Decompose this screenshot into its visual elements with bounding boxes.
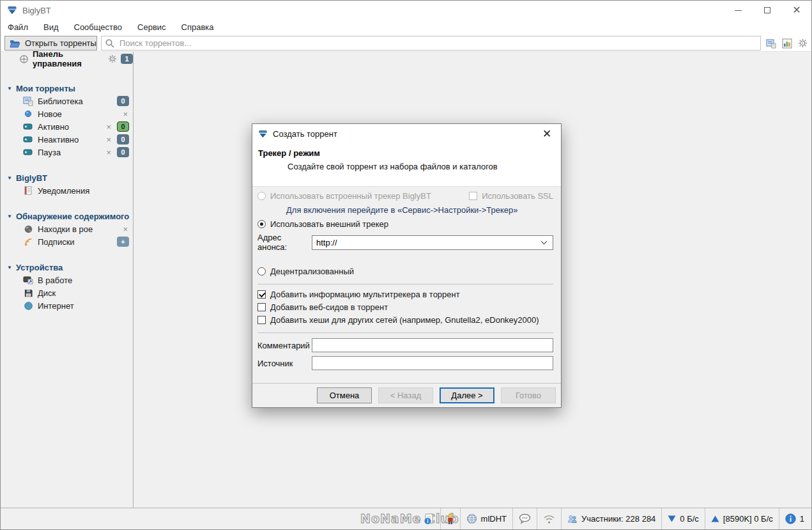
separator <box>257 284 553 284</box>
sidebar-section-biglybt[interactable]: ▼ BiglyBT <box>1 171 133 184</box>
announce-url-combo[interactable] <box>312 235 553 250</box>
back-button: < Назад <box>378 387 433 403</box>
dashboard-count-badge: 1 <box>121 54 133 64</box>
builtin-tracker-radio[interactable] <box>257 192 266 200</box>
webseeds-checkbox[interactable] <box>257 303 266 311</box>
status-download-speed-cell[interactable]: 0 Б/с <box>661 508 705 529</box>
participants-label: Участники: 228 284 <box>581 514 655 524</box>
wifi-icon <box>543 514 555 524</box>
section-title: Мои торренты <box>16 84 75 93</box>
sidebar-item-label: Неактивно <box>38 135 79 144</box>
collapse-arrow-icon: ▼ <box>7 175 12 181</box>
sidebar-item-disk[interactable]: Диск <box>1 286 133 299</box>
close-tab-icon[interactable]: × <box>121 109 129 119</box>
library-view-icon[interactable] <box>766 38 776 49</box>
status-person-cell[interactable] <box>440 508 460 529</box>
separator <box>257 332 553 333</box>
dashboard-gear-icon[interactable] <box>108 54 117 63</box>
close-icon: ✕ <box>792 5 801 15</box>
open-torrents-button[interactable]: Открыть торренты <box>4 36 97 51</box>
sidebar-item-label: В работе <box>38 276 72 285</box>
status-network-cell[interactable] <box>537 508 561 529</box>
search-icon <box>105 38 115 49</box>
tracker-hint-text: Для включения перейдите в «Сервис->Настр… <box>257 205 553 215</box>
menu-tools[interactable]: Сервис <box>135 21 173 33</box>
biglybt-logo-icon <box>7 5 17 15</box>
status-alerts-cell[interactable]: 1 <box>779 508 810 529</box>
dashboard-label: Панель управления <box>33 49 104 68</box>
biglybt-window: { "window": { "title": "BiglyBT" }, "men… <box>0 0 812 530</box>
sidebar-section-devices[interactable]: ▼ Устройства <box>1 261 133 274</box>
sidebar-item-new[interactable]: Новое × <box>1 107 133 120</box>
dht-globe-icon <box>466 513 477 524</box>
maximize-icon <box>764 7 770 13</box>
status-mldht-cell[interactable]: mlDHT <box>460 508 512 529</box>
dialog-header: Трекер / режим Создайте свой торрент из … <box>252 143 561 187</box>
add-subscription-badge[interactable]: + <box>117 237 129 247</box>
open-folder-icon <box>10 39 20 48</box>
use-ssl-checkbox[interactable] <box>469 192 477 200</box>
sidebar-item-notifications[interactable]: Уведомления <box>1 184 133 197</box>
section-title: Устройства <box>16 263 63 272</box>
sidebar-item-internet[interactable]: Интернет <box>1 299 133 312</box>
library-icon <box>23 96 33 106</box>
sidebar-section-content-discovery[interactable]: ▼ Обнаружение содержимого <box>1 210 133 222</box>
new-dot-icon <box>23 109 33 119</box>
close-tab-icon[interactable]: × <box>105 148 112 157</box>
alert-count: 1 <box>800 514 804 524</box>
close-tab-icon[interactable]: × <box>105 135 112 144</box>
count-badge: 0 <box>117 134 129 144</box>
close-tab-icon[interactable]: × <box>105 122 112 132</box>
stats-chart-icon[interactable] <box>782 38 792 49</box>
announce-url-input[interactable] <box>312 238 538 247</box>
menu-bar: Файл Вид Сообщество Сервис Справка <box>1 20 811 34</box>
create-torrent-dialog: Создать торрент ✕ Трекер / режим Создайт… <box>252 123 562 408</box>
dialog-close-button[interactable]: ✕ <box>537 124 557 143</box>
dialog-body: Использовать встроенный трекер BiglyBT И… <box>252 187 561 370</box>
dashboard-icon <box>19 54 29 64</box>
source-label: Источник <box>257 359 312 368</box>
sidebar-item-library[interactable]: Библиотека 0 <box>1 95 133 107</box>
menu-file[interactable]: Файл <box>6 21 35 33</box>
status-upload-speed-cell[interactable]: [8590K] 0 Б/с <box>705 508 779 529</box>
source-input[interactable] <box>312 356 553 370</box>
close-tab-icon[interactable]: × <box>121 224 129 234</box>
sidebar-item-subscriptions[interactable]: Подписки + <box>1 235 133 248</box>
comment-input[interactable] <box>312 338 553 352</box>
section-title: BiglyBT <box>16 173 47 183</box>
speech-bubble-icon <box>519 513 531 524</box>
sidebar-item-paused[interactable]: Пауза × 0 <box>1 146 133 159</box>
sidebar-item-inactive[interactable]: Неактивно × 0 <box>1 133 133 146</box>
status-bar: NoNaMe Club mlDHT <box>1 508 811 529</box>
menu-view[interactable]: Вид <box>42 21 66 33</box>
status-info-doc-cell[interactable] <box>418 508 440 529</box>
settings-gear-icon[interactable] <box>798 38 808 48</box>
menu-help[interactable]: Справка <box>180 21 221 33</box>
other-hashes-checkbox[interactable] <box>257 316 266 324</box>
sidebar-item-label: Находки в рое <box>38 224 93 234</box>
next-button[interactable]: Далее > <box>440 387 494 403</box>
decentralized-radio[interactable] <box>257 267 266 276</box>
maximize-button[interactable] <box>753 1 782 20</box>
sidebar-item-transcoding[interactable]: В работе <box>1 274 133 286</box>
multitracker-checkbox[interactable] <box>257 290 266 299</box>
cancel-button[interactable]: Отмена <box>317 387 372 403</box>
sidebar-item-dashboard[interactable]: Панель управления 1 <box>1 52 133 65</box>
mldht-label: mlDHT <box>481 514 507 524</box>
person-figure-icon <box>447 513 454 525</box>
use-ssl-label: Использовать SSL <box>482 191 553 201</box>
external-tracker-label: Использовать внешний трекер <box>270 219 388 229</box>
section-title: Обнаружение содержимого <box>16 212 129 221</box>
external-tracker-radio[interactable] <box>257 220 266 228</box>
tag-icon <box>23 121 33 132</box>
close-button[interactable]: ✕ <box>782 1 811 20</box>
chevron-down-icon[interactable] <box>541 238 548 245</box>
sidebar-section-my-torrents[interactable]: ▼ Мои торренты <box>1 82 133 95</box>
sidebar-item-swarm-discoveries[interactable]: Находки в рое × <box>1 222 133 235</box>
notifications-icon <box>23 185 33 196</box>
status-chat-cell[interactable] <box>512 508 537 529</box>
menu-community[interactable]: Сообщество <box>72 21 130 33</box>
minimize-button[interactable] <box>723 1 753 20</box>
search-input[interactable] <box>119 36 760 50</box>
sidebar-item-active[interactable]: Активно × 0 <box>1 120 133 133</box>
